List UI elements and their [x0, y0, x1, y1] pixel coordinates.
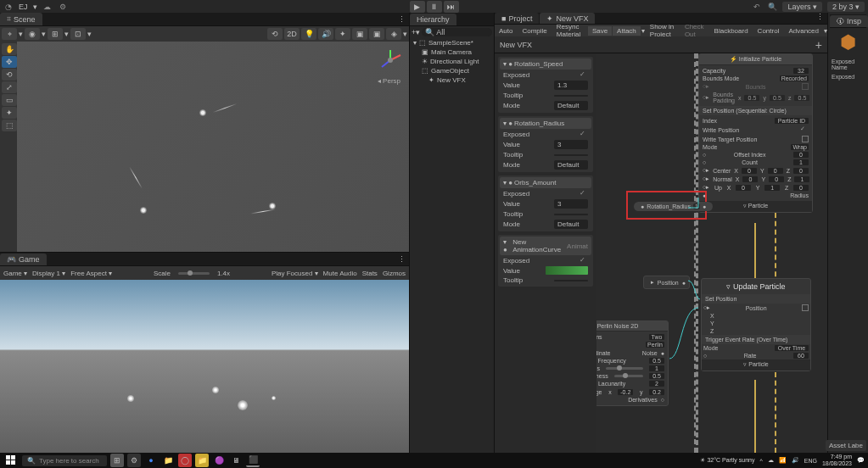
property-animation-curve[interactable]: ▾ ● New AnimationCurve Animat Exposed✓ V…	[498, 235, 593, 287]
camera-icon[interactable]: ▣	[369, 28, 384, 40]
move-tool[interactable]: ✥	[2, 56, 17, 68]
transform-tool[interactable]: ✦	[2, 107, 17, 119]
add-icon[interactable]: +▾	[412, 28, 420, 36]
menu-checkout[interactable]: Check Out	[680, 22, 708, 39]
language-indicator[interactable]: ENG	[804, 458, 817, 464]
mode-dropdown[interactable]: Wrap	[791, 144, 809, 150]
property-rotation-radius[interactable]: ▾ ● Rotation_Radius Exposed✓ Value3 Tool…	[498, 116, 593, 172]
menu-auto[interactable]: Auto	[495, 26, 517, 36]
refresh-icon[interactable]: ⟲	[267, 28, 283, 40]
custom-tool-icon[interactable]: ⬚	[2, 120, 17, 131]
stats-toggle[interactable]: Stats	[362, 270, 378, 277]
hierarchy-tab[interactable]: Hierarchy	[410, 14, 456, 25]
tooltip-field[interactable]	[554, 280, 588, 281]
audio-icon[interactable]: 🔊	[318, 28, 333, 40]
account-icon[interactable]: ◔	[3, 2, 14, 12]
hierarchy-item[interactable]: ⬚GameObject	[410, 66, 494, 75]
step-button[interactable]: ⏭	[444, 1, 459, 13]
rotate-tool[interactable]: ⟲	[2, 69, 17, 81]
value-field[interactable]: 3	[554, 199, 588, 209]
exposed-name-field[interactable]: Exposed Name	[830, 57, 866, 72]
weather-widget[interactable]: ☀ 32°C Partly sunny	[700, 457, 754, 464]
scene-viewport[interactable]: ◂ Persp	[17, 42, 409, 252]
hierarchy-item[interactable]: ▣Main Camera	[410, 47, 494, 57]
value-field[interactable]: 3	[554, 140, 588, 149]
play-button[interactable]: ▶	[410, 1, 425, 13]
node-perlin-noise-2d[interactable]: Perlin Noise 2D DimensionsTwo TypePerlin…	[596, 320, 669, 406]
pinned-app[interactable]: 📁	[195, 454, 209, 467]
project-tab[interactable]: ■ Project	[495, 13, 539, 24]
pause-button[interactable]: ⏸	[427, 1, 442, 13]
hierarchy-item[interactable]: ☀Directional Light	[410, 57, 494, 66]
hierarchy-search[interactable]: 🔍 All	[422, 28, 492, 36]
menu-control[interactable]: Control	[753, 26, 784, 36]
taskbar-search[interactable]: 🔍Type here to search	[22, 455, 107, 466]
value-field[interactable]: 1.3	[554, 81, 588, 90]
menu-compile[interactable]: Compile	[518, 26, 551, 36]
curve-preview[interactable]	[546, 266, 588, 275]
task-view-icon[interactable]: ⊞	[110, 454, 124, 467]
asset-labels-button[interactable]: Asset Labe	[826, 440, 866, 451]
layout-dropdown[interactable]: 2 by 3 ▾	[827, 2, 865, 12]
checkbox-icon[interactable]: ✓	[580, 70, 588, 79]
overlay-icon[interactable]: ▣	[352, 28, 367, 40]
volume-icon[interactable]: 🔊	[792, 457, 799, 464]
scale-tool[interactable]: ⤢	[2, 81, 17, 93]
pinned-app[interactable]: 🟣	[212, 454, 226, 467]
hand-tool[interactable]: ✋	[2, 43, 17, 55]
trigger-block[interactable]: Trigger Event Rate (Over Time)	[702, 335, 810, 344]
layers-dropdown[interactable]: Layers ▾	[782, 2, 822, 12]
menu-attach[interactable]: Attach	[613, 26, 641, 36]
tab-menu-icon[interactable]: ⋮	[398, 255, 409, 264]
perspective-label[interactable]: ◂ Persp	[378, 77, 400, 85]
node-rotation-radius-property[interactable]: ● Rotation_Radius 1 ●	[634, 202, 713, 211]
node-position-attribute[interactable]: ▸Position ●	[643, 276, 690, 289]
onedrive-icon[interactable]: ☁	[768, 457, 774, 464]
dimensions-dropdown[interactable]: Two	[649, 334, 664, 340]
search-icon[interactable]: 🔍	[767, 2, 777, 12]
node-update-particle[interactable]: ▿ Update Particle Set Position ○▸ Positi…	[701, 278, 811, 371]
pinned-app[interactable]: ◯	[178, 454, 192, 467]
settings-icon[interactable]: ⚙	[58, 2, 68, 12]
network-icon[interactable]: 📶	[779, 457, 787, 464]
orientation-gizmo[interactable]	[377, 47, 404, 74]
tab-menu-icon[interactable]: ⋮	[816, 13, 827, 24]
game-tab[interactable]: 🎮 Game	[0, 254, 47, 265]
fx-icon[interactable]: ✦	[335, 28, 350, 40]
aspect-dropdown[interactable]: Free Aspect ▾	[70, 270, 112, 277]
pinned-app[interactable]: ⚙	[127, 454, 141, 467]
snap-toggle[interactable]: ⊡	[70, 28, 86, 40]
rate-field[interactable]: 60	[793, 353, 809, 359]
notification-icon[interactable]: 💬	[857, 457, 865, 464]
scene-tab[interactable]: ⌗ Scene	[0, 13, 42, 25]
lacunarity-field[interactable]: 2	[649, 381, 664, 387]
tooltip-field[interactable]	[554, 214, 588, 215]
tray-chevron-icon[interactable]: ^	[759, 458, 762, 464]
set-position-block[interactable]: Set Position	[702, 294, 810, 304]
checkbox-icon[interactable]: ✓	[800, 125, 809, 134]
add-property-button[interactable]: +	[815, 38, 822, 52]
tab-menu-icon[interactable]: ⋮	[398, 15, 409, 24]
mode-2d-toggle[interactable]: 2D	[284, 28, 300, 40]
exposed-checkbox[interactable]: Exposed	[830, 72, 866, 81]
node-initialize-particle[interactable]: ⚡ Initialize Particle Capacity32 Bounds …	[698, 53, 813, 213]
explorer-icon[interactable]: 📁	[161, 454, 175, 467]
scale-slider[interactable]	[178, 272, 210, 275]
mode-dropdown[interactable]: Default	[554, 160, 588, 170]
inspector-tab[interactable]: 🛈 Insp	[830, 15, 868, 27]
hierarchy-item[interactable]: ✦New VFX	[410, 75, 494, 85]
bounds-mode-dropdown[interactable]: Recorded	[780, 75, 809, 81]
set-position-block[interactable]: Set Position (Sequential: Circle)	[699, 106, 812, 115]
gizmos-toggle[interactable]: Gizmos	[383, 270, 406, 277]
property-rotation-speed[interactable]: ▾ ● Rotation_Speed Exposed✓ Value1.3 Too…	[498, 57, 593, 113]
pinned-app[interactable]: 🖥	[229, 454, 243, 467]
type-dropdown[interactable]: Perlin	[646, 342, 664, 348]
capacity-field[interactable]: 32	[793, 68, 809, 74]
rect-tool[interactable]: ▭	[2, 94, 17, 106]
property-orbs-amount[interactable]: ▾ ● Orbs_Amount Exposed✓ Value3 Tooltip …	[498, 176, 593, 231]
grid-icon[interactable]: ⊞	[48, 28, 63, 40]
play-focused-dropdown[interactable]: Play Focused ▾	[272, 270, 318, 277]
view-tool-icon[interactable]: ⌖	[2, 28, 17, 40]
trigger-mode-dropdown[interactable]: Over Time	[775, 345, 809, 351]
menu-save[interactable]: Save	[588, 26, 612, 36]
